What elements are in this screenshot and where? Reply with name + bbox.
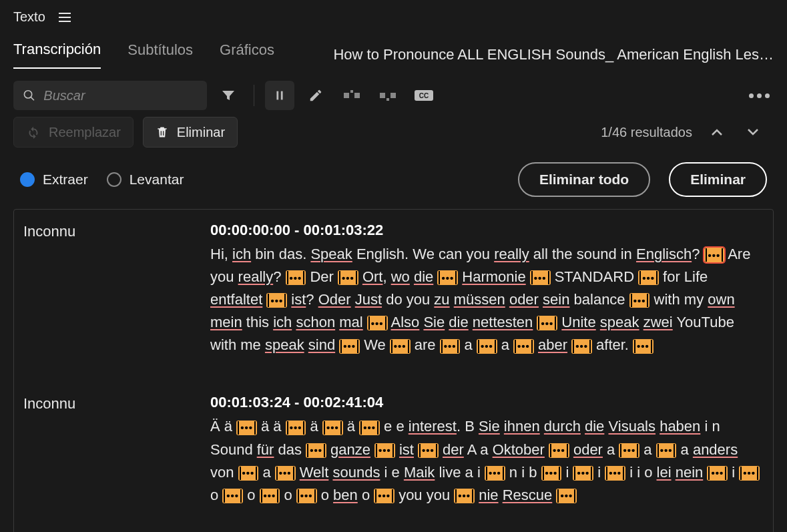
pause-token[interactable]: ••• [530,270,551,285]
pause-token[interactable]: ••• [541,466,562,481]
pause-token[interactable]: ••• [571,339,592,354]
pause-token[interactable]: ••• [322,421,343,435]
search-box[interactable] [13,81,207,110]
flagged-word[interactable]: Visuals [608,418,655,435]
edit-button[interactable] [301,81,330,110]
flagged-word[interactable]: Just [355,291,382,308]
pause-token[interactable]: ••• [296,489,317,503]
flagged-word[interactable]: Englisch [636,246,692,262]
flagged-word[interactable]: Harmonie [462,268,525,285]
flagged-word[interactable]: sind [308,336,335,353]
pause-token[interactable]: ••• [605,466,625,481]
speaker-label[interactable]: Inconnu [23,222,184,356]
flagged-word[interactable]: Speak [310,246,352,262]
flagged-word[interactable]: interest [409,418,457,435]
more-options-button[interactable] [744,81,774,110]
flagged-word[interactable]: Unite [561,314,595,330]
pause-token[interactable]: ••• [537,316,557,330]
pause-token[interactable]: ••• [418,443,439,458]
filter-button[interactable] [214,81,243,110]
flagged-word[interactable]: die [585,418,604,435]
delete-segment-button[interactable]: Eliminar [143,117,238,148]
flagged-word[interactable]: ist [399,441,414,458]
pause-token[interactable]: ••• [485,466,505,481]
pause-token[interactable]: ••• [286,421,306,435]
pause-token[interactable]: ••• [266,293,287,308]
flagged-word[interactable]: nein [676,464,704,481]
pause-token[interactable]: ••• [556,489,577,503]
flagged-word[interactable]: nettesten [473,314,533,330]
flagged-word[interactable]: oder [509,291,539,308]
flagged-word[interactable]: sein [543,291,569,308]
flagged-word[interactable]: Oder [318,291,351,308]
pause-token[interactable]: ••• [704,248,725,262]
flagged-word[interactable]: die [449,314,468,330]
flagged-word[interactable]: Ort [362,268,383,285]
prev-result-button[interactable] [711,128,738,136]
flagged-word[interactable]: aber [538,336,567,353]
pause-token[interactable]: ••• [338,270,358,285]
flagged-word[interactable]: schon [296,314,335,330]
flagged-word[interactable]: really [238,268,274,285]
insert-before-button[interactable] [337,81,366,110]
pause-token[interactable]: ••• [275,466,296,481]
search-input[interactable] [43,88,198,103]
pause-token[interactable]: ••• [437,270,458,285]
flagged-word[interactable]: nie [479,487,498,503]
flagged-word[interactable]: ist [291,291,306,308]
flagged-word[interactable]: wo [391,268,410,285]
flagged-word[interactable]: Welt [300,464,329,481]
flagged-word[interactable]: mal [339,314,362,330]
flagged-word[interactable]: speak [265,336,304,353]
pause-markers-button[interactable] [265,81,294,110]
pause-token[interactable]: ••• [222,489,243,503]
pause-token[interactable]: ••• [633,339,653,354]
flagged-word[interactable]: müssen [454,291,505,308]
pause-token[interactable]: ••• [374,489,395,503]
flagged-word[interactable]: zwei [643,314,673,330]
tab-transcription[interactable]: Transcripción [13,41,101,69]
flagged-word[interactable]: Sie [423,314,445,330]
delete-button[interactable]: Eliminar [669,162,767,197]
flagged-word[interactable]: anders [693,441,738,458]
flagged-word[interactable]: haben [660,418,700,435]
flagged-word[interactable]: speak [600,314,639,330]
flagged-word[interactable]: die [414,268,433,285]
flagged-word[interactable]: der [443,441,464,458]
flagged-word[interactable]: ben [333,487,358,503]
pause-token[interactable]: ••• [629,293,650,308]
radio-lift[interactable]: Levantar [107,172,184,188]
flagged-word[interactable]: zu [434,291,449,308]
transcript-text[interactable]: Ä ä ••• ä ä ••• ä ••• ä ••• e e interest… [210,415,764,506]
insert-after-button[interactable] [373,81,403,110]
pause-token[interactable]: ••• [619,443,639,458]
pause-token[interactable]: ••• [440,339,461,354]
flagged-word[interactable]: own [708,291,734,308]
tab-graphics[interactable]: Gráficos [220,41,274,68]
transcript-list[interactable]: Inconnu00:00:00:00 - 00:01:03:22Hi, ich … [13,209,774,532]
pause-token[interactable]: ••• [454,489,475,503]
pause-token[interactable]: ••• [739,466,760,481]
speaker-label[interactable]: Inconnu [23,394,184,506]
transcript-text[interactable]: Hi, ich bin das. Speak English. We can y… [210,243,764,356]
radio-extract[interactable]: Extraer [20,172,88,188]
panel-menu-icon[interactable] [59,13,71,22]
pause-token[interactable]: ••• [286,270,306,285]
flagged-word[interactable]: ich [273,314,292,330]
pause-token[interactable]: ••• [390,339,411,354]
pause-token[interactable]: ••• [238,466,259,481]
pause-token[interactable]: ••• [359,421,380,435]
pause-token[interactable]: ••• [339,339,360,354]
flagged-word[interactable]: ihnen [504,418,540,435]
delete-all-button[interactable]: Eliminar todo [518,162,650,197]
pause-token[interactable]: ••• [477,339,497,354]
flagged-word[interactable]: Sie [479,418,500,435]
flagged-word[interactable]: Rescue [503,487,553,503]
pause-token[interactable]: ••• [260,489,280,503]
flagged-word[interactable]: Maik [404,464,435,481]
flagged-word[interactable]: oder [573,441,603,458]
flagged-word[interactable]: Also [391,314,420,330]
flagged-word[interactable]: durch [544,418,581,435]
tab-subtitles[interactable]: Subtítulos [127,41,193,68]
pause-token[interactable]: ••• [513,339,534,354]
